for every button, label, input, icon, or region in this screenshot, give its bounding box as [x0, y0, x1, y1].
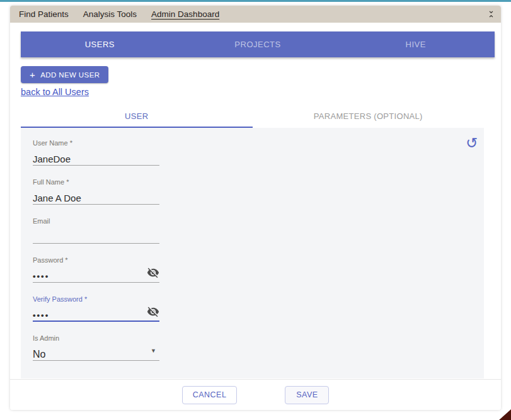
- field-full-name: Full Name * Jane A Doe: [33, 178, 159, 205]
- nav-item-admin-dashboard[interactable]: Admin Dashboard: [151, 9, 219, 19]
- main-tabbar: USERS PROJECTS HIVE: [21, 31, 495, 57]
- subtab-parameters[interactable]: PARAMETERS (OPTIONAL): [253, 105, 485, 128]
- password-input[interactable]: ••••: [33, 270, 159, 283]
- unfold-less-icon: [486, 9, 496, 19]
- tab-projects[interactable]: PROJECTS: [179, 31, 337, 57]
- form-fields: User Name * JaneDoe Full Name * Jane A D…: [33, 139, 165, 373]
- password-label: Password *: [33, 256, 159, 264]
- email-label: Email: [33, 217, 159, 225]
- subtab-user[interactable]: USER: [21, 105, 253, 128]
- is-admin-label: Is Admin: [33, 334, 159, 343]
- field-user-name: User Name * JaneDoe: [33, 139, 159, 166]
- collapse-window-button[interactable]: [485, 8, 497, 21]
- toggle-verify-password-visibility-button[interactable]: [147, 305, 159, 318]
- toggle-password-visibility-button[interactable]: [147, 266, 159, 279]
- user-form-panel: ↺ User Name * JaneDoe Full Name * Jane A…: [21, 128, 484, 378]
- reset-form-icon[interactable]: ↺: [464, 135, 479, 150]
- plus-icon: +: [30, 70, 35, 79]
- nav-item-analysis-tools[interactable]: Analysis Tools: [83, 9, 137, 19]
- field-email: Email: [33, 217, 159, 244]
- save-button[interactable]: SAVE: [285, 386, 329, 404]
- tab-users[interactable]: USERS: [21, 31, 179, 57]
- full-name-label: Full Name *: [33, 178, 159, 186]
- add-new-user-button[interactable]: + ADD NEW USER: [21, 66, 108, 83]
- user-name-input[interactable]: JaneDoe: [33, 152, 159, 166]
- nav-item-find-patients[interactable]: Find Patients: [19, 9, 69, 19]
- is-admin-select[interactable]: No: [33, 348, 159, 361]
- add-new-user-label: ADD NEW USER: [40, 71, 100, 79]
- field-verify-password: Verify Password * ••••: [33, 295, 159, 322]
- back-to-all-users-link[interactable]: back to All Users: [21, 87, 89, 97]
- verify-password-input[interactable]: ••••: [33, 309, 159, 322]
- top-accent-strip: [0, 0, 511, 2]
- form-subtabs: USER PARAMETERS (OPTIONAL): [21, 105, 484, 128]
- app-window: Find Patients Analysis Tools Admin Dashb…: [10, 6, 501, 410]
- email-input[interactable]: [33, 230, 159, 244]
- form-footer: CANCEL SAVE: [10, 379, 501, 410]
- visibility-off-icon: [147, 305, 159, 318]
- verify-password-label: Verify Password *: [33, 295, 159, 304]
- field-password: Password * ••••: [33, 256, 159, 283]
- cursor-artifact: [499, 409, 511, 420]
- full-name-input[interactable]: Jane A Doe: [33, 191, 159, 205]
- field-is-admin: Is Admin No ▼: [33, 334, 159, 361]
- cancel-button[interactable]: CANCEL: [182, 386, 238, 404]
- top-navbar: Find Patients Analysis Tools Admin Dashb…: [10, 6, 501, 23]
- user-name-label: User Name *: [33, 139, 159, 147]
- visibility-off-icon: [147, 266, 159, 279]
- tab-hive[interactable]: HIVE: [336, 31, 495, 57]
